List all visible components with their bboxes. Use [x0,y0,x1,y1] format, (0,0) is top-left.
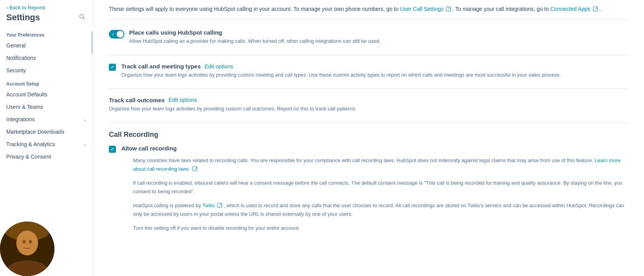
track-call-outcomes-title: Track call outcomes Edit options [109,97,357,103]
chevron-down-icon-2: ⌄ [83,141,87,147]
chevron-down-icon: ⌄ [83,117,87,122]
chevron-left-icon: ‹ [6,5,8,10]
recording-consent-text: If call recording is enabled, inbound ca… [133,179,628,196]
nav-section-your-preferences: Your Preferences [0,28,93,39]
svg-line-1 [83,18,85,19]
call-recording-info: Many countries have laws related to reco… [133,156,628,233]
place-calls-toggle-container[interactable]: ✓ [109,30,124,38]
back-to-reports-link[interactable]: ‹ Back to Reports [6,5,87,10]
track-call-outcomes-content: Track call outcomes Edit options Organiz… [109,97,357,113]
main-content: These settings will apply to everyone us… [93,0,644,276]
divider-1 [109,55,628,55]
track-call-types-title: Track call and meeting types Edit option… [121,63,561,70]
sidebar-item-privacy-consent[interactable]: Privacy & Consent [0,150,93,163]
sidebar-item-marketplace-downloads[interactable]: Marketplace Downloads [0,126,93,138]
track-call-outcomes-setting: Track call outcomes Edit options Organiz… [109,97,628,113]
place-calls-setting: ✓ Place calls using HubSpot calling Allo… [109,29,628,45]
recording-disable-text: Turn this setting off if you want to dis… [133,224,628,232]
external-link-icon [446,7,451,11]
place-calls-toggle[interactable]: ✓ [109,30,124,38]
track-call-types-checkbox-container[interactable] [109,64,117,71]
track-call-outcomes-edit-link[interactable]: Edit options [168,97,197,103]
place-calls-description: Allow HubSpot calling as a provider for … [129,37,381,45]
allow-call-recording-content: Allow call recording Many countries have… [121,145,628,238]
track-call-outcomes-description: Organize how your team logs activities b… [109,105,357,113]
track-call-types-edit-link[interactable]: Edit options [205,63,233,70]
sidebar-item-tracking-analytics[interactable]: Tracking & Analytics ⌄ [0,138,93,150]
user-call-settings-link[interactable]: User Call Settings [400,6,452,12]
avatar [0,222,54,276]
sidebar-item-notifications[interactable]: Notifications [0,52,93,64]
external-link-icon-3 [192,166,197,171]
connected-apps-link[interactable]: Connected Apps [550,6,599,12]
track-call-types-checkbox[interactable] [109,64,116,71]
nav-section-account-setup: Account Setup [0,77,93,88]
twilio-link[interactable]: Twilio [202,203,224,208]
sidebar-item-security[interactable]: Security [0,64,93,77]
search-icon [79,14,85,20]
allow-call-recording-setting: Allow call recording Many countries have… [109,145,628,238]
intro-text-block: These settings will apply to everyone us… [109,0,628,20]
track-call-types-description: Organize how your team logs activities b… [121,71,561,79]
sidebar-item-account-defaults[interactable]: Account Defaults [0,88,93,101]
allow-call-recording-checkbox[interactable] [109,146,116,153]
track-call-types-setting: Track call and meeting types Edit option… [109,63,628,79]
divider-3 [109,122,628,123]
settings-title: Settings [6,12,40,23]
place-calls-title: Place calls using HubSpot calling [129,29,381,36]
recording-twilio-text: HubSpot calling is powered by Twilio , w… [133,201,628,218]
external-link-icon-4 [217,203,222,208]
sidebar-item-users-teams[interactable]: Users & Teams [0,101,93,113]
track-call-types-content: Track call and meeting types Edit option… [121,63,561,79]
search-button[interactable] [77,12,87,23]
call-recording-heading: Call Recording [109,131,628,139]
allow-call-recording-title: Allow call recording [121,145,628,152]
toggle-check-mark: ✓ [111,32,115,37]
place-calls-content: Place calls using HubSpot calling Allow … [129,29,381,45]
sidebar: ‹ Back to Reports Settings Your Preferen… [0,0,93,276]
recording-legal-text: Many countries have laws related to reco… [133,156,628,173]
divider-2 [109,89,628,89]
sidebar-item-integrations[interactable]: Integrations ⌄ [0,113,93,126]
sidebar-item-general[interactable]: General [0,39,93,52]
svg-rect-8 [0,222,54,276]
external-link-icon-2 [593,7,598,11]
allow-call-recording-checkbox-container[interactable] [109,146,117,153]
